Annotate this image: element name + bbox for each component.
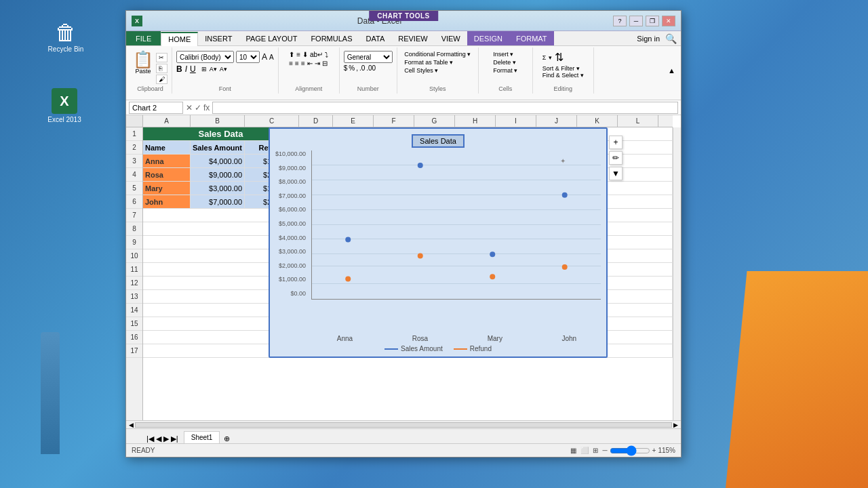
increase-decimal-button[interactable]: .00 [366,64,376,72]
cell-B6[interactable]: $7,000.00 [191,195,245,208]
col-E[interactable]: E [333,115,374,127]
restore-button[interactable]: ❒ [646,16,659,26]
font-name-select[interactable]: Calibri (Body) [176,51,234,63]
chart-elements-button[interactable]: + [609,136,623,149]
cell-A6[interactable]: John [143,195,191,208]
col-C[interactable]: C [245,115,299,127]
font-size-select[interactable]: 10 [236,51,260,63]
name-box[interactable]: Chart 2 [129,102,183,114]
scroll-left-button[interactable]: ◀ [129,422,134,428]
row-9-header[interactable]: 9 [126,236,142,249]
normal-view-button[interactable]: ▦ [570,447,576,454]
conditional-format-button[interactable]: Conditional Formatting ▾ [404,51,471,58]
cell-B4[interactable]: $9,000.00 [191,168,245,181]
formula-input[interactable] [212,102,678,114]
sheet-tab-sheet1[interactable]: Sheet1 [184,431,220,443]
col-J[interactable]: J [536,115,577,127]
cell-B2[interactable]: Sales Amount [191,141,245,154]
page-view-button[interactable]: ⬜ [580,447,589,454]
menu-insert[interactable]: INSERT [198,31,239,45]
row-4-header[interactable]: 4 [126,168,142,182]
merge-button[interactable]: ⊟ [322,60,328,67]
zoom-in-button[interactable]: + [652,447,656,454]
nav-next-sheet[interactable]: ▶ [163,434,169,443]
decrease-font-button[interactable]: A [269,54,274,61]
search-icon[interactable]: 🔍 [665,33,677,44]
align-bottom-button[interactable]: ⬇ [302,51,308,58]
sort-filter-button[interactable]: Sort & Filter ▾ [542,65,580,72]
increase-font-button[interactable]: A [262,52,267,62]
menu-design[interactable]: DESIGN [467,31,509,45]
zoom-out-button[interactable]: ─ [602,447,607,454]
excel-2013-icon[interactable]: X Excel 2013 [41,88,88,123]
increase-indent-button[interactable]: ⇥ [315,60,320,67]
insert-button[interactable]: Insert ▾ [493,51,517,58]
nav-prev-sheet[interactable]: ◀ [156,434,161,443]
font-color-button[interactable]: A▾ [220,66,227,73]
align-top-button[interactable]: ⬆ [289,51,294,58]
col-G[interactable]: G [414,115,455,127]
fill-button[interactable]: ▾ [549,54,552,61]
row-12-header[interactable]: 12 [126,277,142,290]
row-14-header[interactable]: 14 [126,304,142,317]
horizontal-scrollbar[interactable]: ◀ ▶ [126,420,681,428]
wrap-text-button[interactable]: ⤵ [325,51,328,58]
row-8-header[interactable]: 8 [126,222,142,236]
cell-A3[interactable]: Anna [143,155,191,167]
row-13-header[interactable]: 13 [126,290,142,304]
fx-button[interactable]: fx [203,103,210,113]
scroll-thumb[interactable] [135,422,672,428]
comma-button[interactable]: , [356,64,358,72]
recycle-bin-icon[interactable]: 🗑 Recycle Bin [42,20,90,53]
menu-data[interactable]: DATA [359,31,392,45]
confirm-formula-button[interactable]: ✓ [195,103,201,113]
cell-A4[interactable]: Rosa [143,168,191,181]
menu-review[interactable]: REVIEW [391,31,434,45]
scroll-right-button[interactable]: ▶ [673,422,678,428]
decrease-indent-button[interactable]: ⇤ [307,60,313,67]
row-11-header[interactable]: 11 [126,263,142,277]
minimize-button[interactable]: ─ [629,16,643,26]
format-button[interactable]: Format ▾ [493,67,517,74]
row-7-header[interactable]: 7 [126,209,142,222]
align-middle-button[interactable]: ≡ [296,51,300,58]
ribbon-collapse-button[interactable]: ▲ [668,47,678,94]
find-select-button[interactable]: Find & Select ▾ [542,72,584,79]
row-16-header[interactable]: 16 [126,331,142,344]
decrease-decimal-button[interactable]: .0 [359,64,365,72]
menu-file[interactable]: FILE [126,31,161,45]
row-15-header[interactable]: 15 [126,317,142,331]
col-K[interactable]: K [577,115,618,127]
add-sheet-button[interactable]: ⊕ [224,434,230,443]
currency-button[interactable]: $ [344,64,348,72]
zoom-slider[interactable] [610,445,650,456]
cell-B3[interactable]: $4,000.00 [191,155,245,167]
row-2-header[interactable]: 2 [126,141,142,155]
col-F[interactable]: F [374,115,414,127]
delete-button[interactable]: Delete ▾ [493,59,517,66]
col-I[interactable]: I [496,115,536,127]
col-D[interactable]: D [299,115,333,127]
row-17-header[interactable]: 17 [126,344,142,358]
menu-view[interactable]: VIEW [435,31,467,45]
bold-button[interactable]: B [176,64,182,74]
borders-button[interactable]: ⊞ [201,66,207,73]
row-10-header[interactable]: 10 [126,249,142,263]
cell-B5[interactable]: $3,000.00 [191,182,245,195]
cut-button[interactable]: ✂ [156,53,167,62]
vertical-scrollbar[interactable] [673,127,681,420]
chart-styles-button[interactable]: ✏ [609,151,623,165]
align-right-button[interactable]: ≡ [301,60,305,67]
help-button[interactable]: ? [613,16,627,26]
break-view-button[interactable]: ⊞ [593,447,598,454]
paste-button[interactable]: 📋 Paste [133,52,153,75]
row-3-header[interactable]: 3 [126,155,142,168]
close-button[interactable]: ✕ [662,16,675,26]
format-table-button[interactable]: Format as Table ▾ [404,59,471,66]
row-1-header[interactable]: 1 [126,127,142,141]
chart-filters-button[interactable]: ▼ [609,167,623,180]
menu-home[interactable]: HOME [161,32,198,46]
col-L[interactable]: L [618,115,658,127]
cell-A5[interactable]: Mary [143,182,191,195]
row-6-header[interactable]: 6 [126,195,142,209]
